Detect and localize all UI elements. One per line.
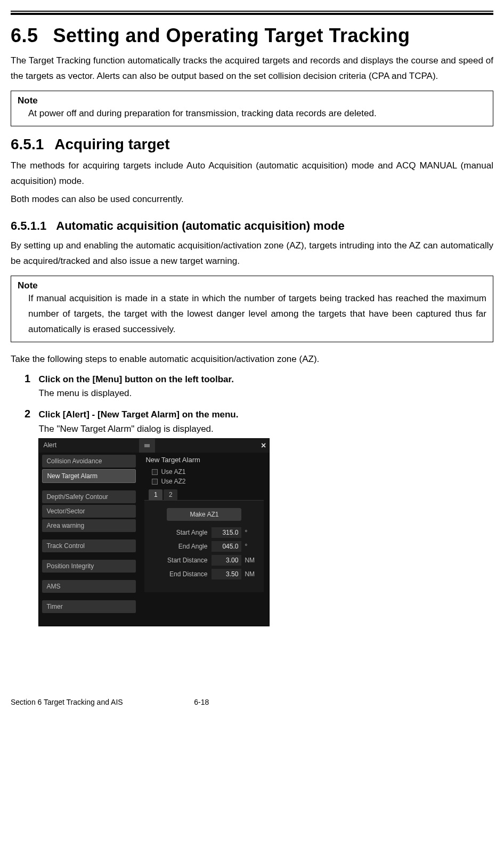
- new-target-alarm-dialog: Alert × Collision Avoidance New Target A…: [38, 438, 270, 626]
- step-1: 1 Click on the [Menu] button on the left…: [25, 373, 493, 401]
- sidebar-item-area-warning[interactable]: Area warning: [42, 519, 136, 532]
- tab-2[interactable]: 2: [164, 489, 177, 500]
- sidebar-item-depth-safety[interactable]: Depth/Safety Contour: [42, 490, 136, 503]
- note-body: If manual acquisition is made in a state…: [18, 291, 486, 337]
- sidebar-item-collision-avoidance[interactable]: Collision Avoidance: [42, 455, 136, 468]
- field-end-distance: End Distance 3.50 NM: [150, 569, 258, 579]
- sidebar-group-2: Depth/Safety Contour Vector/Sector Area …: [42, 490, 136, 532]
- sidebar-item-ams[interactable]: AMS: [42, 580, 136, 593]
- step-title: Click on the [Menu] button on the left t…: [38, 373, 491, 386]
- horizontal-rule-thin: [11, 11, 493, 12]
- field-end-angle: End Angle 045.0 °: [150, 541, 258, 552]
- footer-page-number: 6-18: [194, 698, 209, 706]
- pin-icon: [144, 444, 150, 447]
- note-box-1: Note At power off and during preparation…: [11, 91, 493, 126]
- end-angle-input[interactable]: 045.0: [212, 541, 241, 552]
- sidebar-group-4: Position Integrity: [42, 560, 136, 573]
- tab-panel: Make AZ1 Start Angle 315.0 ° End Angle 0…: [144, 500, 264, 592]
- field-label: End Distance: [169, 570, 207, 578]
- checkbox-icon: [152, 469, 158, 475]
- note-box-2: Note If manual acquisition is made in a …: [11, 276, 493, 342]
- sidebar-group-5: AMS: [42, 580, 136, 593]
- checkbox-label: Use AZ1: [161, 468, 185, 476]
- subsubsection-para: By setting up and enabling the automatic…: [11, 238, 493, 269]
- intro-paragraph: The Target Tracking function automatical…: [11, 53, 493, 84]
- checkbox-use-az2[interactable]: Use AZ2: [152, 478, 264, 485]
- note-body: At power off and during preparation for …: [18, 106, 486, 122]
- field-unit: °: [245, 529, 258, 536]
- field-label: Start Distance: [167, 557, 207, 564]
- dialog-title-right: ×: [155, 439, 269, 453]
- step-2: 2 Click [Alert] - [New Target Alarm] on …: [25, 408, 493, 626]
- subsection-title: Acquiring target: [54, 136, 169, 152]
- subsection-para-1: The methods for acquiring targets includ…: [11, 158, 493, 189]
- make-az1-button[interactable]: Make AZ1: [167, 508, 241, 521]
- tab-strip: 1 2: [149, 489, 264, 500]
- step-number: 1: [25, 373, 36, 385]
- note-title: Note: [18, 95, 486, 106]
- field-unit: NM: [245, 557, 258, 564]
- field-start-distance: Start Distance 3.00 NM: [150, 555, 258, 566]
- sidebar-group-3: Track Control: [42, 539, 136, 552]
- sidebar-item-new-target-alarm[interactable]: New Target Alarm: [42, 469, 136, 483]
- close-button[interactable]: ×: [261, 441, 266, 450]
- step-description: The menu is displayed.: [38, 386, 491, 400]
- page-footer: Section 6 Target Tracking and AIS 6-18: [0, 650, 504, 714]
- start-distance-input[interactable]: 3.00: [212, 555, 241, 566]
- subsection-para-2: Both modes can also be used concurrently…: [11, 192, 493, 207]
- step-number: 2: [25, 408, 36, 420]
- section-number: 6.5: [11, 25, 38, 47]
- subsubsection-number: 6.5.1.1: [11, 219, 46, 233]
- step-description: The "New Target Alarm" dialog is display…: [38, 422, 491, 436]
- sidebar-item-position-integrity[interactable]: Position Integrity: [42, 560, 136, 573]
- sidebar-item-track-control[interactable]: Track Control: [42, 539, 136, 552]
- note-title: Note: [18, 280, 486, 291]
- field-label: Start Angle: [176, 529, 208, 536]
- subsection-number: 6.5.1: [11, 136, 44, 153]
- dialog-titlebar: Alert ×: [39, 439, 269, 453]
- start-angle-input[interactable]: 315.0: [212, 527, 241, 538]
- sidebar-item-timer[interactable]: Timer: [42, 600, 136, 613]
- sidebar-group-1: Collision Avoidance New Target Alarm: [42, 455, 136, 483]
- field-unit: NM: [245, 570, 258, 578]
- step-title: Click [Alert] - [New Target Alarm] on th…: [38, 408, 491, 422]
- section-title: Setting and Operating Target Tracking: [53, 25, 410, 46]
- subsubsection-heading: 6.5.1.1Automatic acquisition (automatic …: [11, 219, 493, 233]
- tab-1[interactable]: 1: [149, 489, 162, 500]
- dialog-sidebar: Collision Avoidance New Target Alarm Dep…: [39, 453, 139, 626]
- field-label: End Angle: [178, 543, 208, 550]
- checkbox-use-az1[interactable]: Use AZ1: [152, 468, 264, 476]
- horizontal-rule-thick: [11, 13, 493, 15]
- sidebar-group-6: Timer: [42, 600, 136, 613]
- checkbox-label: Use AZ2: [161, 478, 185, 485]
- section-heading: 6.5Setting and Operating Target Tracking: [11, 25, 493, 47]
- end-distance-input[interactable]: 3.50: [212, 569, 241, 579]
- steps-intro: Take the following steps to enable autom…: [11, 352, 493, 367]
- footer-section: Section 6 Target Tracking and AIS: [11, 698, 123, 706]
- panel-title: New Target Alarm: [144, 456, 264, 464]
- checkbox-icon: [152, 479, 158, 485]
- dialog-main-panel: New Target Alarm Use AZ1 Use AZ2 1: [139, 453, 269, 626]
- field-unit: °: [245, 543, 258, 550]
- subsection-heading: 6.5.1Acquiring target: [11, 136, 493, 153]
- dialog-title-left: Alert: [39, 439, 139, 453]
- field-start-angle: Start Angle 315.0 °: [150, 527, 258, 538]
- pin-button[interactable]: [139, 439, 155, 453]
- sidebar-item-vector-sector[interactable]: Vector/Sector: [42, 505, 136, 518]
- subsubsection-title: Automatic acquisition (automatic acquisi…: [56, 219, 345, 232]
